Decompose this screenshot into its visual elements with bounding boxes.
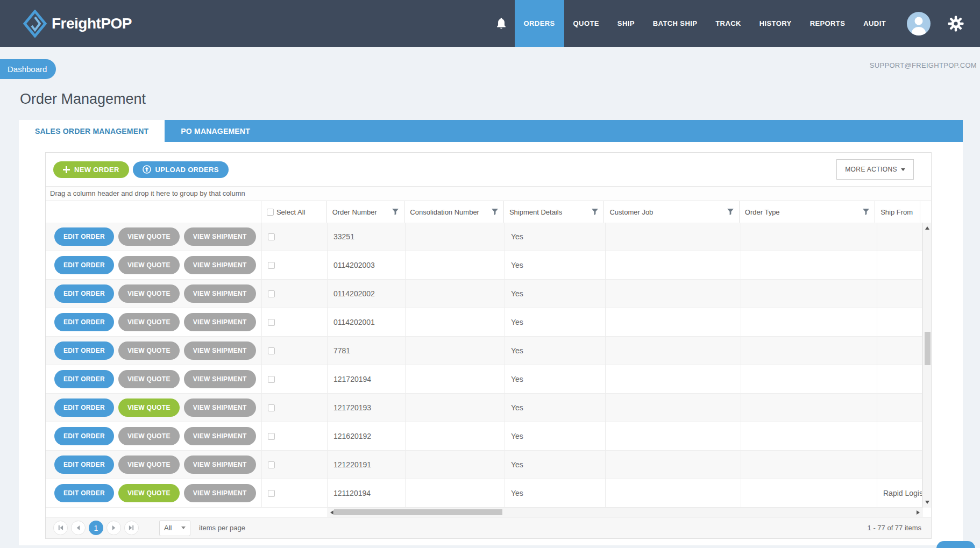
edit-order-button[interactable]: EDIT ORDER — [54, 341, 114, 360]
view-shipment-button[interactable]: VIEW SHIPMENT — [184, 456, 256, 474]
horizontal-scrollbar[interactable] — [328, 508, 922, 517]
edit-order-button[interactable]: EDIT ORDER — [54, 313, 114, 331]
edit-order-button[interactable]: EDIT ORDER — [54, 370, 114, 388]
row-select-cell — [262, 251, 328, 279]
order-number-cell: 7781 — [328, 337, 406, 365]
user-avatar[interactable] — [895, 0, 938, 47]
nav-item-reports[interactable]: REPORTS — [801, 0, 855, 47]
pager-first-icon — [58, 525, 63, 531]
vertical-scrollbar[interactable] — [922, 223, 931, 508]
column-header-ship-from-co[interactable]: Ship From Co — [875, 201, 920, 223]
vertical-scrollbar-thumb[interactable] — [925, 332, 931, 365]
pager-last-button[interactable] — [124, 521, 139, 535]
nav-item-batch-ship[interactable]: BATCH SHIP — [644, 0, 706, 47]
view-quote-button[interactable]: VIEW QUOTE — [118, 256, 180, 274]
view-quote-button[interactable]: VIEW QUOTE — [118, 484, 180, 502]
filter-icon[interactable] — [592, 209, 598, 215]
horizontal-scrollbar-thumb[interactable] — [334, 509, 502, 515]
row-actions-cell: EDIT ORDER VIEW QUOTE VIEW SHIPMENT — [46, 394, 262, 422]
view-shipment-button[interactable]: VIEW SHIPMENT — [184, 341, 256, 360]
tab-po-management[interactable]: PO MANAGEMENT — [165, 120, 266, 142]
brand-logo[interactable]: FreightPOP — [23, 10, 132, 38]
customer-job-cell — [606, 280, 741, 308]
select-all-checkbox[interactable] — [267, 209, 274, 216]
edit-order-button[interactable]: EDIT ORDER — [54, 256, 114, 274]
upload-orders-button[interactable]: UPLOAD ORDERS — [133, 161, 229, 178]
column-header-customer-job[interactable]: Customer Job — [604, 201, 739, 223]
view-shipment-button[interactable]: VIEW SHIPMENT — [184, 313, 256, 331]
page-size-select[interactable]: All — [159, 520, 190, 536]
consolidation-number-cell — [406, 451, 505, 479]
view-quote-button[interactable]: VIEW QUOTE — [118, 427, 180, 445]
row-checkbox[interactable] — [268, 233, 275, 240]
edit-order-button[interactable]: EDIT ORDER — [54, 484, 114, 502]
filter-icon[interactable] — [492, 209, 498, 215]
filter-icon[interactable] — [727, 209, 734, 215]
dashboard-button[interactable]: Dashboard — [0, 59, 56, 79]
view-shipment-button[interactable]: VIEW SHIPMENT — [184, 284, 256, 303]
order-type-cell — [741, 337, 877, 365]
view-quote-button[interactable]: VIEW QUOTE — [118, 227, 180, 246]
header-scrollbar-spacer — [920, 201, 931, 223]
grid-header-row: Select All Order Number Consolidation Nu… — [46, 201, 931, 223]
pager-current-page[interactable]: 1 — [89, 521, 103, 535]
nav-item-history[interactable]: HISTORY — [750, 0, 801, 47]
edit-order-button[interactable]: EDIT ORDER — [54, 427, 114, 445]
pager-previous-button[interactable] — [71, 521, 86, 535]
view-shipment-button[interactable]: VIEW SHIPMENT — [184, 370, 256, 388]
view-quote-button[interactable]: VIEW QUOTE — [118, 313, 180, 331]
view-quote-button[interactable]: VIEW QUOTE — [118, 370, 180, 388]
consolidation-number-cell — [406, 337, 505, 365]
view-quote-button[interactable]: VIEW QUOTE — [118, 398, 180, 417]
column-header-shipment-details[interactable]: Shipment Details — [504, 201, 605, 223]
view-shipment-button[interactable]: VIEW SHIPMENT — [184, 427, 256, 445]
tab-bar: SALES ORDER MANAGEMENT PO MANAGEMENT — [19, 120, 963, 142]
scroll-up-arrow-icon[interactable] — [923, 224, 931, 232]
edit-order-button[interactable]: EDIT ORDER — [54, 398, 114, 417]
nav-item-track[interactable]: TRACK — [706, 0, 750, 47]
row-checkbox[interactable] — [268, 290, 275, 297]
view-shipment-button[interactable]: VIEW SHIPMENT — [184, 227, 256, 246]
tab-sales-order-management[interactable]: SALES ORDER MANAGEMENT — [19, 120, 165, 142]
column-header-order-number[interactable]: Order Number — [327, 201, 405, 223]
filter-icon[interactable] — [392, 209, 399, 215]
row-checkbox[interactable] — [268, 319, 275, 326]
scroll-right-arrow-icon[interactable] — [914, 508, 922, 517]
view-shipment-button[interactable]: VIEW SHIPMENT — [184, 256, 256, 274]
notifications-button[interactable] — [488, 0, 515, 47]
row-checkbox[interactable] — [268, 461, 275, 468]
view-quote-button[interactable]: VIEW QUOTE — [118, 456, 180, 474]
support-email[interactable]: SUPPORT@FREIGHTPOP.COM — [870, 61, 977, 69]
scroll-down-arrow-icon[interactable] — [923, 499, 931, 506]
row-checkbox[interactable] — [268, 347, 275, 354]
row-checkbox[interactable] — [268, 490, 275, 497]
row-checkbox[interactable] — [268, 433, 275, 440]
shipment-details-cell: Yes — [505, 251, 606, 279]
gear-icon — [948, 16, 964, 32]
view-shipment-button[interactable]: VIEW SHIPMENT — [184, 484, 256, 502]
chat-button[interactable] — [936, 541, 975, 548]
column-header-order-type[interactable]: Order Type — [740, 201, 875, 223]
filter-icon[interactable] — [863, 209, 869, 215]
row-checkbox[interactable] — [268, 262, 275, 269]
column-header-consolidation-number[interactable]: Consolidation Number — [404, 201, 504, 223]
view-shipment-button[interactable]: VIEW SHIPMENT — [184, 398, 256, 417]
more-actions-button[interactable]: MORE ACTIONS — [836, 159, 914, 180]
brand-name: FreightPOP — [52, 15, 132, 32]
view-quote-button[interactable]: VIEW QUOTE — [118, 284, 180, 303]
settings-button[interactable] — [938, 0, 980, 47]
order-number-cell: 121720193 — [328, 394, 406, 422]
edit-order-button[interactable]: EDIT ORDER — [54, 227, 114, 246]
nav-item-orders[interactable]: ORDERS — [515, 0, 564, 47]
view-quote-button[interactable]: VIEW QUOTE — [118, 341, 180, 360]
new-order-button[interactable]: NEW ORDER — [53, 161, 129, 178]
pager-first-button[interactable] — [53, 521, 68, 535]
edit-order-button[interactable]: EDIT ORDER — [54, 456, 114, 474]
edit-order-button[interactable]: EDIT ORDER — [54, 284, 114, 303]
nav-item-quote[interactable]: QUOTE — [564, 0, 608, 47]
row-checkbox[interactable] — [268, 376, 275, 383]
pager-next-button[interactable] — [106, 521, 121, 535]
nav-item-audit[interactable]: AUDIT — [854, 0, 895, 47]
nav-item-ship[interactable]: SHIP — [608, 0, 644, 47]
row-checkbox[interactable] — [268, 404, 275, 411]
